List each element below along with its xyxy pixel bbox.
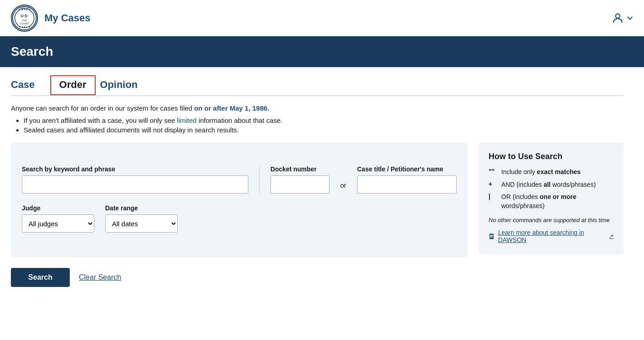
keyword-input[interactable] [22, 175, 248, 194]
case-title-input[interactable] [357, 175, 457, 194]
seal-svg: ★ ★ ★ ★ ★ ★ ★ ★ ★ ★ U·S· TAX COURT UNITE… [12, 5, 37, 31]
search-area: Search by keyword and phrase Docket numb… [11, 143, 624, 257]
header: ★ ★ ★ ★ ★ ★ ★ ★ ★ ★ U·S· TAX COURT UNITE… [0, 0, 644, 36]
form-row-1: Search by keyword and phrase Docket numb… [22, 154, 457, 194]
how-to-title: How to Use Search [489, 152, 614, 161]
bottom-actions: Search Clear Search [11, 268, 624, 287]
how-to-row-pipe: | OR (includes one or more words/phrases… [489, 193, 614, 210]
bullet-1: If you aren't affiliated with a case, yo… [24, 117, 624, 124]
how-to-symbol-quotes: "" [489, 168, 497, 175]
tab-case[interactable]: Case [11, 75, 46, 95]
court-seal: ★ ★ ★ ★ ★ ★ ★ ★ ★ ★ U·S· TAX COURT UNITE… [11, 5, 38, 32]
search-button[interactable]: Search [11, 268, 70, 287]
how-to-use-panel: How to Use Search "" Include only exact … [479, 143, 624, 254]
my-cases-link[interactable]: My Cases [44, 12, 91, 24]
docket-label: Docket number [271, 165, 329, 173]
judge-label: Judge [22, 204, 94, 212]
clear-search-button[interactable]: Clear Search [79, 273, 121, 282]
svg-rect-10 [490, 235, 493, 236]
info-bullets: If you aren't affiliated with a case, yo… [11, 117, 624, 134]
docket-group: Docket number [271, 165, 329, 194]
how-to-link-text: Learn more about searching in DAWSON [498, 229, 606, 243]
user-icon [611, 12, 624, 24]
svg-rect-12 [490, 237, 492, 238]
search-tabs: Case Order Opinion [11, 75, 624, 96]
svg-text:U·S·: U·S· [21, 14, 29, 18]
how-to-desc-quotes: Include only exact matches [501, 168, 581, 177]
banner-title: Search [11, 44, 633, 59]
svg-point-8 [615, 14, 620, 18]
how-to-link[interactable]: Learn more about searching in DAWSON ↗ [489, 229, 614, 243]
svg-text:★ ★ ★ ★ ★: ★ ★ ★ ★ ★ [19, 26, 30, 28]
date-label: Date range [105, 204, 178, 212]
case-title-label: Case title / Petitioner's name [357, 165, 457, 173]
how-to-symbol-plus: + [489, 180, 497, 188]
info-description: Anyone can search for an order in our sy… [11, 104, 624, 112]
document-link-icon [489, 233, 495, 240]
judge-group: Judge All judges [22, 204, 94, 233]
date-select[interactable]: All dates [105, 214, 178, 233]
date-group: Date range All dates [105, 204, 178, 233]
keyword-group: Search by keyword and phrase [22, 165, 248, 194]
svg-text:UNITED STATES TAX COURT: UNITED STATES TAX COURT [12, 6, 37, 9]
user-menu[interactable] [611, 12, 633, 24]
main-content: Case Order Opinion Anyone can search for… [0, 75, 634, 305]
tab-opinion[interactable]: Opinion [100, 75, 149, 95]
form-row-2: Judge All judges Date range All dates [22, 204, 457, 233]
how-to-symbol-pipe: | [489, 193, 497, 200]
bullet-2: Sealed cases and affiliated documents wi… [24, 126, 624, 134]
svg-text:COURT: COURT [20, 22, 29, 25]
case-title-group: Case title / Petitioner's name [357, 165, 457, 194]
chevron-down-icon [627, 15, 633, 21]
judge-select[interactable]: All judges [22, 214, 94, 233]
how-to-row-quotes: "" Include only exact matches [489, 168, 614, 177]
header-left: ★ ★ ★ ★ ★ ★ ★ ★ ★ ★ U·S· TAX COURT UNITE… [11, 5, 91, 32]
how-to-desc-plus: AND (includes all words/phrases) [501, 180, 596, 189]
how-to-note: No other commands are supported at this … [489, 217, 614, 223]
docket-input[interactable] [271, 175, 329, 194]
or-separator: or [340, 181, 346, 194]
svg-text:TAX: TAX [22, 19, 27, 21]
how-to-rows: "" Include only exact matches + AND (inc… [489, 168, 614, 210]
form-divider [259, 166, 260, 194]
tab-order[interactable]: Order [50, 75, 96, 95]
keyword-label: Search by keyword and phrase [22, 165, 248, 173]
svg-rect-11 [490, 236, 493, 237]
page-banner: Search [0, 36, 644, 67]
external-link-icon: ↗ [609, 233, 614, 239]
search-form: Search by keyword and phrase Docket numb… [11, 143, 468, 257]
how-to-row-plus: + AND (includes all words/phrases) [489, 180, 614, 189]
how-to-desc-pipe: OR (includes one or more words/phrases) [501, 193, 614, 210]
